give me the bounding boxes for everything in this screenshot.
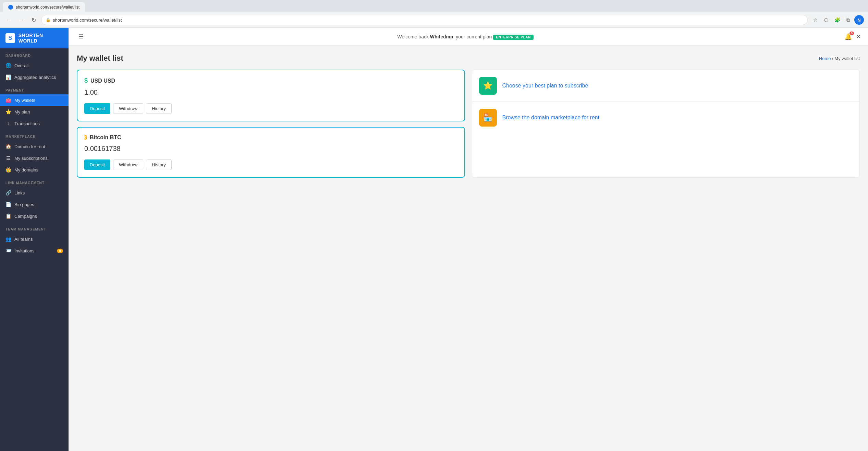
sidebar-label-bio-pages: Bio pages — [14, 202, 34, 207]
transactions-icon: ↕ — [5, 121, 11, 126]
promo-wrapper: ⭐ Choose your best plan to subscribe 🏪 B… — [472, 70, 860, 178]
tab-label: shortenworld.com/secure/wallet/list — [16, 5, 80, 10]
breadcrumb-home[interactable]: Home — [819, 56, 831, 61]
reload-button[interactable]: ↻ — [29, 15, 38, 25]
btc-balance: 0.00161738 — [84, 145, 457, 153]
bookmark-star-button[interactable]: ☆ — [810, 15, 820, 25]
sidebar-section-marketplace: MARKETPLACE 🏠 Domain for rent ☰ My subsc… — [0, 129, 69, 176]
sidebar-label-my-domains: My domains — [14, 167, 38, 173]
wallet-card-btc: ₿ Bitcoin BTC 0.00161738 Deposit Withdra… — [77, 127, 465, 178]
sidebar-section-team: TEAM MANAGEMENT 👥 All teams 📨 Invitation… — [0, 222, 69, 257]
tab-view-button[interactable]: ⧉ — [843, 15, 853, 25]
browser-chrome: shortenworld.com/secure/wallet/list ← → … — [0, 0, 868, 28]
page-title: My wallet list — [77, 54, 123, 63]
toolbar-actions: ☆ ⬡ 🧩 ⧉ N — [810, 15, 864, 25]
section-label-marketplace: MARKETPLACE — [0, 129, 69, 141]
btc-deposit-button[interactable]: Deposit — [84, 159, 110, 170]
tab-favicon — [8, 5, 13, 10]
domain-promo-icon: 🏪 — [479, 109, 497, 127]
sidebar-item-domain-rent[interactable]: 🏠 Domain for rent — [0, 141, 69, 152]
page-body: My wallet list Home / My wallet list $ U… — [69, 46, 868, 451]
bio-pages-icon: 📄 — [5, 202, 11, 207]
back-button[interactable]: ← — [4, 15, 14, 25]
notification-badge: 0 — [849, 32, 854, 35]
btc-currency-name: Bitcoin BTC — [90, 134, 121, 141]
username-text: Whitedmp — [430, 34, 453, 39]
all-teams-icon: 👥 — [5, 236, 11, 242]
sidebar-label-domain-rent: Domain for rent — [14, 144, 45, 149]
sidebar-item-overall[interactable]: 🌐 Overall — [0, 60, 69, 71]
usd-withdraw-button[interactable]: Withdraw — [113, 103, 143, 114]
usd-currency-name: USD USD — [90, 78, 115, 84]
sidebar-item-links[interactable]: 🔗 Links — [0, 187, 69, 199]
subscribe-promo-icon: ⭐ — [479, 77, 497, 95]
my-domains-icon: 👑 — [5, 167, 11, 173]
page-header: My wallet list Home / My wallet list — [77, 54, 860, 63]
sidebar-label-all-teams: All teams — [14, 237, 33, 242]
btc-history-button[interactable]: History — [146, 159, 171, 170]
wallets-icon: 👛 — [5, 97, 11, 103]
sidebar-item-campaigns[interactable]: 📋 Campaigns — [0, 210, 69, 222]
invitations-badge: 0 — [57, 249, 63, 253]
subscribe-promo-text: Choose your best plan to subscribe — [502, 83, 588, 89]
sidebar-label-campaigns: Campaigns — [14, 214, 37, 219]
usd-wallet-actions: Deposit Withdraw History — [84, 103, 457, 114]
sidebar-item-plan[interactable]: ⭐ My plan — [0, 106, 69, 118]
sidebar-item-invitations[interactable]: 📨 Invitations 0 — [0, 245, 69, 257]
campaigns-icon: 📋 — [5, 213, 11, 219]
sidebar-section-payment: PAYMENT 👛 My wallets ⭐ My plan ↕ Transac… — [0, 83, 69, 129]
btc-wallet-actions: Deposit Withdraw History — [84, 159, 457, 170]
sidebar-label-links: Links — [14, 190, 25, 195]
domain-rent-icon: 🏠 — [5, 144, 11, 149]
sidebar-section-links: LINK MANAGEMENT 🔗 Links 📄 Bio pages 📋 Ca… — [0, 176, 69, 222]
section-label-team: TEAM MANAGEMENT — [0, 222, 69, 233]
usd-currency-icon: $ — [84, 77, 88, 84]
sidebar-label-plan: My plan — [14, 109, 30, 115]
topbar: ☰ Welcome back Whitedmp, your current pl… — [69, 28, 868, 46]
sidebar-item-analytics[interactable]: 📊 Aggregated analytics — [0, 71, 69, 83]
promo-card-subscribe[interactable]: ⭐ Choose your best plan to subscribe — [472, 70, 860, 102]
promo-card-domain[interactable]: 🏪 Browse the domain marketplace for rent — [472, 102, 860, 133]
plan-badge: ENTERPRISE PLAN — [493, 35, 533, 40]
logo-text: SHORTEN WORLD — [19, 33, 63, 44]
topbar-welcome: Welcome back Whitedmp, your current plan… — [92, 34, 839, 39]
extensions-button[interactable]: 🧩 — [832, 15, 842, 25]
close-button[interactable]: ✕ — [856, 33, 861, 40]
sidebar-item-wallets[interactable]: 👛 My wallets — [0, 94, 69, 106]
wallet-card-usd: $ USD USD 1.00 Deposit Withdraw History — [77, 70, 465, 121]
welcome-text: Welcome back — [397, 34, 430, 39]
sidebar-item-subscriptions[interactable]: ☰ My subscriptions — [0, 152, 69, 164]
forward-button[interactable]: → — [16, 15, 26, 25]
profile-button[interactable]: N — [854, 15, 864, 25]
sidebar-item-transactions[interactable]: ↕ Transactions — [0, 118, 69, 129]
address-bar[interactable]: 🔒 shortenworld.com/secure/wallet/list — [41, 15, 808, 25]
sidebar-section-dashboard: DASHBOARD 🌐 Overall 📊 Aggregated analyti… — [0, 48, 69, 83]
screenshot-button[interactable]: ⬡ — [821, 15, 831, 25]
browser-tabs: shortenworld.com/secure/wallet/list — [0, 0, 868, 12]
analytics-icon: 📊 — [5, 74, 11, 80]
menu-toggle-button[interactable]: ☰ — [75, 31, 86, 42]
notification-button[interactable]: 🔔 0 — [844, 33, 852, 40]
btc-withdraw-button[interactable]: Withdraw — [113, 159, 143, 170]
overall-icon: 🌐 — [5, 63, 11, 68]
usd-history-button[interactable]: History — [146, 103, 171, 114]
sidebar-item-all-teams[interactable]: 👥 All teams — [0, 233, 69, 245]
browser-tab[interactable]: shortenworld.com/secure/wallet/list — [3, 2, 85, 12]
plan-text: , your current plan — [453, 34, 492, 39]
wallet-header-btc: ₿ Bitcoin BTC — [84, 134, 457, 141]
section-label-payment: PAYMENT — [0, 83, 69, 94]
links-icon: 🔗 — [5, 190, 11, 195]
sidebar-label-wallets: My wallets — [14, 98, 35, 103]
sidebar-item-my-domains[interactable]: 👑 My domains — [0, 164, 69, 176]
subscriptions-icon: ☰ — [5, 155, 11, 161]
url-text: shortenworld.com/secure/wallet/list — [53, 17, 122, 23]
wallets-column: $ USD USD 1.00 Deposit Withdraw History — [77, 70, 465, 178]
lock-icon: 🔒 — [46, 17, 51, 22]
invitations-icon: 📨 — [5, 248, 11, 253]
sidebar-label-analytics: Aggregated analytics — [14, 75, 56, 80]
section-label-links: LINK MANAGEMENT — [0, 176, 69, 187]
content-grid: $ USD USD 1.00 Deposit Withdraw History — [77, 70, 860, 178]
sidebar-item-bio-pages[interactable]: 📄 Bio pages — [0, 199, 69, 210]
browser-toolbar: ← → ↻ 🔒 shortenworld.com/secure/wallet/l… — [0, 12, 868, 27]
usd-deposit-button[interactable]: Deposit — [84, 103, 110, 114]
